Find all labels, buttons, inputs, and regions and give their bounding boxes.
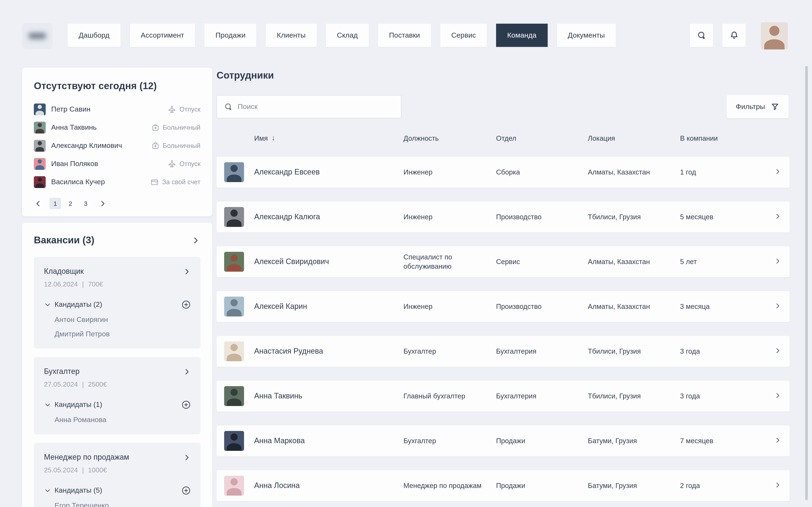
wallet-icon (150, 177, 159, 186)
absent-employee-row[interactable]: Иван Поляков Отпуск (34, 156, 200, 171)
nav-tab[interactable]: Поставки (378, 24, 431, 47)
employee-name: Алексей Карин (254, 302, 403, 311)
employee-location: Алматы, Казахстан (588, 302, 680, 311)
chevron-right-icon[interactable] (191, 235, 200, 245)
employee-name: Анна Маркова (254, 437, 403, 445)
pagination-page[interactable]: 1 (49, 198, 61, 209)
vacancies-title: Вакансии (3) (34, 234, 94, 246)
employee-department: Сборка (496, 168, 588, 177)
chevron-right-icon[interactable] (99, 199, 107, 208)
candidate-name[interactable]: Антон Свирягин (55, 316, 191, 324)
pagination-page[interactable]: 3 (80, 198, 91, 209)
column-header-position: Должность (403, 134, 496, 142)
vacancy-header[interactable]: Кладовщик (44, 267, 191, 276)
employee-row[interactable]: Александр Калюга Инженер Производство Тб… (216, 202, 790, 232)
chevron-right-icon[interactable] (183, 368, 191, 376)
chevron-left-icon[interactable] (34, 199, 42, 208)
absence-status: Больничный (151, 123, 200, 132)
employee-avatar (224, 207, 244, 227)
vacancy-card: Менеджер по продажам 25.05.2024 | 1000€ … (34, 443, 200, 507)
employee-row[interactable]: Александр Евсеев Инженер Сборка Алматы, … (216, 157, 790, 187)
candidate-name[interactable]: Дмитрий Петров (55, 330, 191, 338)
chevron-right-icon[interactable] (183, 267, 191, 276)
chevron-down-icon[interactable] (44, 401, 51, 408)
nav-tab[interactable]: Документы (557, 24, 616, 47)
absent-today-card: Отсутствуют сегодня (12) Петр Савин Отпу… (22, 68, 212, 216)
nav-tab[interactable]: Сервис (440, 24, 487, 47)
vacancy-title: Менеджер по продажам (44, 453, 129, 462)
employee-location: Тбилиси, Грузия (588, 347, 680, 356)
vacancy-header[interactable]: Менеджер по продажам (44, 453, 191, 462)
employee-name: Петр Савин (51, 105, 168, 113)
employee-avatar (34, 139, 46, 152)
plus-circle-icon[interactable] (181, 299, 191, 310)
chevron-right-icon (774, 212, 781, 220)
absent-employee-row[interactable]: Александр Климович Больничный (34, 138, 200, 153)
row-open-chevron[interactable] (774, 257, 790, 266)
search-button[interactable] (690, 24, 713, 47)
absent-employee-row[interactable]: Василиса Кучер За свой счет (34, 174, 200, 189)
employee-avatar (34, 176, 46, 188)
employee-row[interactable]: Анна Маркова Бухгалтер Продажи Батуми, Г… (216, 426, 790, 456)
chevron-down-icon[interactable] (44, 301, 51, 308)
nav-tab[interactable]: Дашборд (68, 24, 120, 47)
employee-tenure: 2 года (680, 481, 774, 490)
nav-tab[interactable]: Клиенты (266, 24, 316, 47)
vacancies-list: Кладовщик 12.06.2024 | 700€ Кандидаты (2… (34, 257, 200, 507)
vacancy-header[interactable]: Бухгалтер (44, 367, 191, 376)
employee-row[interactable]: Алексей Свиридович Специалист по обслужи… (216, 246, 790, 277)
employee-tenure: 5 лет (680, 257, 774, 266)
nav-tab[interactable]: Команда (496, 24, 548, 47)
row-open-chevron[interactable] (774, 347, 790, 356)
chevron-right-icon (774, 436, 781, 444)
absent-employee-row[interactable]: Петр Савин Отпуск (34, 102, 200, 117)
employee-avatar (224, 252, 244, 272)
employee-name: Александр Климович (51, 141, 151, 150)
vacancy-salary: 700€ (88, 281, 103, 288)
row-open-chevron[interactable] (774, 302, 790, 311)
row-open-chevron[interactable] (774, 391, 790, 401)
nav-actions (690, 24, 788, 49)
row-open-chevron[interactable] (774, 481, 790, 490)
vertical-scrollbar[interactable] (805, 66, 808, 500)
absent-employee-row[interactable]: Анна Таквинь Больничный (34, 120, 200, 135)
chevron-down-icon[interactable] (44, 487, 51, 494)
chevron-right-icon[interactable] (183, 453, 191, 462)
candidates-count-label: Кандидаты (1) (55, 400, 102, 409)
column-header-name[interactable]: Имя ↓ (254, 134, 403, 143)
nav-tab[interactable]: Ассортимент (130, 24, 195, 47)
chevron-right-icon (774, 347, 781, 354)
pagination-page[interactable]: 2 (65, 198, 76, 209)
vacancy-salary: 1000€ (88, 466, 107, 474)
search-input[interactable] (238, 103, 394, 111)
employee-position: Главный бухгалтер (403, 391, 496, 401)
vacancy-meta-divider: | (82, 466, 84, 474)
employee-row[interactable]: Анастасия Руднева Бухгалтер Бухгалтерия … (216, 336, 790, 367)
employee-row[interactable]: Анна Лосина Менеджер по продажам Продажи… (216, 470, 790, 501)
column-header-tenure: В компании (680, 134, 774, 142)
company-logo[interactable] (22, 23, 52, 49)
vacancy-meta-divider: | (82, 381, 84, 388)
nav-tab[interactable]: Продажи (204, 24, 256, 47)
employee-row[interactable]: Алексей Карин Инженер Производство Алмат… (216, 291, 790, 322)
employee-name: Анна Таквинь (254, 392, 403, 400)
table-controls: Фильтры (216, 95, 790, 118)
row-open-chevron[interactable] (774, 212, 790, 222)
candidate-name[interactable]: Анна Романова (55, 416, 191, 424)
employee-row[interactable]: Анна Таквинь Главный бухгалтер Бухгалтер… (216, 381, 790, 411)
filters-button[interactable]: Фильтры (726, 95, 789, 118)
employee-tenure: 5 месяцев (680, 212, 774, 222)
candidate-name[interactable]: Егор Терещенко (55, 502, 191, 507)
employee-position: Бухгалтер (403, 436, 496, 446)
row-open-chevron[interactable] (774, 168, 790, 177)
absent-today-title: Отсутствуют сегодня (12) (34, 80, 200, 92)
nav-tab[interactable]: Склад (326, 24, 368, 47)
notifications-button[interactable] (722, 24, 746, 47)
plus-circle-icon[interactable] (181, 400, 191, 410)
employee-avatar (224, 431, 244, 451)
row-open-chevron[interactable] (774, 436, 790, 446)
user-avatar[interactable] (761, 22, 788, 49)
search-icon (696, 30, 707, 40)
plus-circle-icon[interactable] (181, 486, 191, 496)
medkit-icon (151, 141, 160, 150)
